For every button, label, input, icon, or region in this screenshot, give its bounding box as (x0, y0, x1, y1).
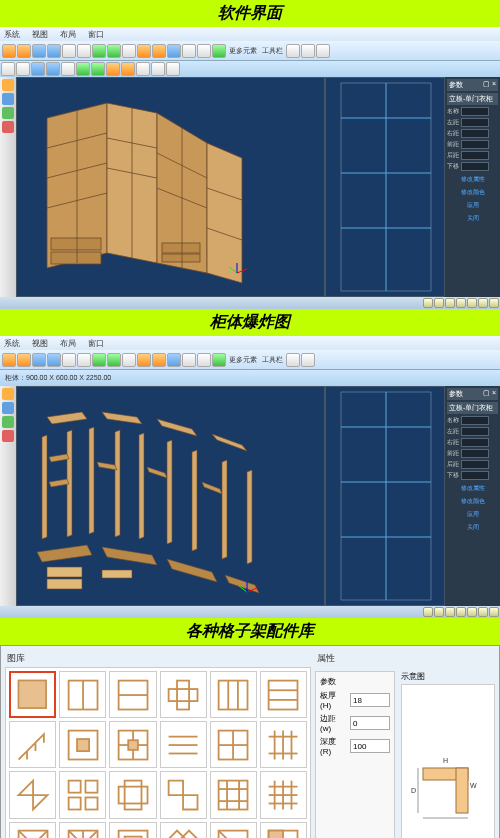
sidetab2-3-icon[interactable] (2, 416, 14, 428)
link-modify-attr[interactable]: 修改属性 (447, 175, 498, 184)
subtool-5-icon[interactable] (61, 62, 75, 76)
3d-viewport-2[interactable] (16, 386, 325, 606)
subtool-9-icon[interactable] (121, 62, 135, 76)
prop2-back-input[interactable] (461, 460, 489, 469)
sb2-5-icon[interactable] (467, 607, 477, 617)
tool-measure-icon[interactable] (212, 44, 226, 58)
sb2-1-icon[interactable] (423, 607, 433, 617)
tool-material-icon[interactable] (182, 44, 196, 58)
menu-system[interactable]: 系统 (4, 29, 20, 40)
tool-cabinet-icon[interactable] (92, 44, 106, 58)
sidetab-1-icon[interactable] (2, 79, 14, 91)
menu-layout-2[interactable]: 布局 (60, 338, 76, 349)
tool2-3-icon[interactable] (32, 353, 46, 367)
sidetab-2-icon[interactable] (2, 93, 14, 105)
status-btn-1-icon[interactable] (423, 298, 433, 308)
menu-view-2[interactable]: 视图 (32, 338, 48, 349)
menu-view[interactable]: 视图 (32, 29, 48, 40)
tool2-4-icon[interactable] (47, 353, 61, 367)
tool2-8-icon[interactable] (107, 353, 121, 367)
pattern-item-6[interactable] (260, 671, 307, 718)
prop2-name-input[interactable] (461, 416, 489, 425)
tool-open-icon[interactable] (17, 44, 31, 58)
tool-shelf-icon[interactable] (152, 44, 166, 58)
tool2-9-icon[interactable] (122, 353, 136, 367)
subtool-8-icon[interactable] (106, 62, 120, 76)
pattern-item-15[interactable] (109, 771, 156, 818)
lib-prop-depth-input[interactable] (350, 739, 390, 753)
status-btn-5-icon[interactable] (467, 298, 477, 308)
sb2-6-icon[interactable] (478, 607, 488, 617)
tool-drawer-icon[interactable] (137, 44, 151, 58)
pattern-item-22[interactable] (160, 822, 207, 838)
sidetab-4-icon[interactable] (2, 121, 14, 133)
pattern-item-7[interactable] (9, 721, 56, 768)
pattern-item-9[interactable] (109, 721, 156, 768)
pattern-item-24[interactable] (260, 822, 307, 838)
prop-name-input[interactable] (461, 107, 489, 116)
sb2-3-icon[interactable] (445, 607, 455, 617)
sb2-2-icon[interactable] (434, 607, 444, 617)
tool2-12-icon[interactable] (167, 353, 181, 367)
link-modify-color[interactable]: 修改颜色 (447, 188, 498, 197)
tool-panel-icon[interactable] (107, 44, 121, 58)
status-btn-6-icon[interactable] (478, 298, 488, 308)
subtool-6-icon[interactable] (76, 62, 90, 76)
status-btn-3-icon[interactable] (445, 298, 455, 308)
pattern-item-19[interactable] (9, 822, 56, 838)
prop-back-input[interactable] (461, 151, 489, 160)
menu-window[interactable]: 窗口 (88, 29, 104, 40)
pattern-item-20[interactable] (59, 822, 106, 838)
tool-undo-icon[interactable] (62, 44, 76, 58)
tool-misc1-icon[interactable] (286, 44, 300, 58)
tool2-17-icon[interactable] (301, 353, 315, 367)
tool-redo-icon[interactable] (77, 44, 91, 58)
pattern-item-14[interactable] (59, 771, 106, 818)
tool-save-icon[interactable] (32, 44, 46, 58)
tool2-14-icon[interactable] (197, 353, 211, 367)
prop2-front-input[interactable] (461, 449, 489, 458)
status-btn-4-icon[interactable] (456, 298, 466, 308)
link2-modify-color[interactable]: 修改颜色 (447, 497, 498, 506)
tool2-1-icon[interactable] (2, 353, 16, 367)
sb2-4-icon[interactable] (456, 607, 466, 617)
pattern-item-12[interactable] (260, 721, 307, 768)
link2-close[interactable]: 关闭 (447, 523, 498, 532)
tool-texture-icon[interactable] (197, 44, 211, 58)
prop2-down-input[interactable] (461, 471, 489, 480)
3d-viewport[interactable] (16, 77, 325, 297)
pattern-item-10[interactable] (160, 721, 207, 768)
pattern-item-16[interactable] (160, 771, 207, 818)
2d-viewport-2[interactable] (325, 386, 445, 606)
pattern-item-8[interactable] (59, 721, 106, 768)
tool-misc3-icon[interactable] (316, 44, 330, 58)
tool2-13-icon[interactable] (182, 353, 196, 367)
pattern-item-11[interactable] (210, 721, 257, 768)
subtool-3-icon[interactable] (31, 62, 45, 76)
tool2-11-icon[interactable] (152, 353, 166, 367)
pattern-item-5[interactable] (210, 671, 257, 718)
subtool-11-icon[interactable] (151, 62, 165, 76)
tool2-10-icon[interactable] (137, 353, 151, 367)
prop-front-input[interactable] (461, 140, 489, 149)
tool2-6-icon[interactable] (77, 353, 91, 367)
tool2-16-icon[interactable] (286, 353, 300, 367)
status-btn-2-icon[interactable] (434, 298, 444, 308)
pattern-item-4[interactable] (160, 671, 207, 718)
tool2-7-icon[interactable] (92, 353, 106, 367)
tool2-5-icon[interactable] (62, 353, 76, 367)
pattern-item-17[interactable] (210, 771, 257, 818)
lib-prop-margin-input[interactable] (350, 716, 390, 730)
sidetab-3-icon[interactable] (2, 107, 14, 119)
prop-right-input[interactable] (461, 129, 489, 138)
subtool-4-icon[interactable] (46, 62, 60, 76)
pattern-item-13[interactable] (9, 771, 56, 818)
link2-modify-attr[interactable]: 修改属性 (447, 484, 498, 493)
tool2-15-icon[interactable] (212, 353, 226, 367)
subtool-1-icon[interactable] (1, 62, 15, 76)
pattern-item-2[interactable] (59, 671, 106, 718)
pattern-item-21[interactable] (109, 822, 156, 838)
pattern-item-18[interactable] (260, 771, 307, 818)
sidetab2-2-icon[interactable] (2, 402, 14, 414)
2d-viewport[interactable] (325, 77, 445, 297)
